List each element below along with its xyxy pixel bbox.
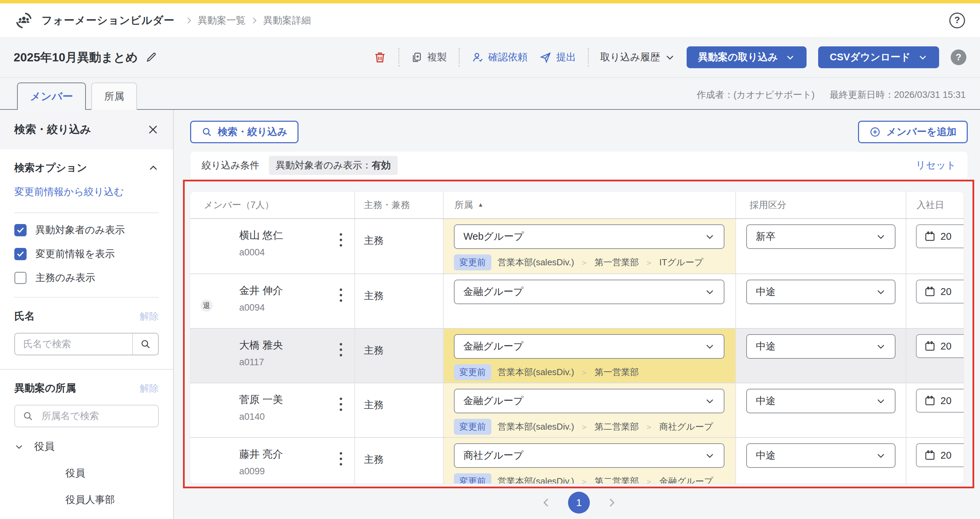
member-cell: 横山 悠仁 a0004 — [190, 219, 355, 273]
column-header-duty[interactable]: 主務・兼務 — [355, 192, 443, 218]
app-title: フォーメーションビルダー — [41, 13, 175, 28]
top-accent-strip — [0, 0, 980, 3]
name-search-input[interactable] — [15, 339, 132, 350]
search-option-checkbox[interactable]: 変更前情報を表示 — [14, 247, 159, 261]
join-date-button[interactable]: 20 — [916, 389, 964, 413]
active-filter-bar: 絞り込み条件 異動対象者のみ表示：有効 リセット — [190, 152, 968, 179]
tree-root-label: 役員 — [34, 439, 54, 454]
search-filter-button[interactable]: 検索・絞り込み — [190, 121, 299, 143]
app-header: フォーメーションビルダー 異動案一覧 異動案詳細 ? — [0, 3, 980, 38]
csv-download-button[interactable]: CSVダウンロード — [818, 46, 939, 68]
row-menu-icon[interactable] — [340, 452, 342, 465]
department-dropdown[interactable]: 金融グループ — [454, 389, 724, 413]
column-header-member[interactable]: メンバー（7人） — [190, 192, 355, 218]
duty-cell: 主務 — [355, 329, 443, 383]
recruit-type-dropdown[interactable]: 中途 — [746, 279, 896, 304]
import-history-dropdown[interactable]: 取り込み履歴 — [600, 51, 675, 64]
recruit-type-dropdown[interactable]: 中途 — [746, 443, 896, 468]
row-menu-icon[interactable] — [340, 398, 342, 411]
member-cell: 菅原 一美 a0140 — [190, 383, 355, 437]
tree-node-child[interactable]: 役員 — [14, 466, 159, 480]
header-help-button[interactable]: ? — [949, 13, 965, 28]
add-member-button[interactable]: メンバーを追加 — [858, 121, 968, 143]
page-number-button[interactable]: 1 — [568, 492, 590, 514]
filter-by-before-link[interactable]: 変更前情報から絞り込む — [14, 186, 124, 197]
tree-node-root[interactable]: 役員 — [14, 439, 159, 454]
search-filter-label: 検索・絞り込み — [218, 125, 287, 139]
search-icon[interactable] — [132, 334, 158, 355]
prev-page-button[interactable] — [540, 497, 552, 509]
department-dropdown[interactable]: 商社グループ — [454, 443, 724, 468]
name-search-field — [14, 333, 159, 355]
name-clear-link[interactable]: 解除 — [140, 310, 159, 323]
recruit-type-cell: 中途 — [735, 438, 906, 484]
column-header-department[interactable]: 所属 ▲ — [443, 192, 735, 218]
column-header-join-date[interactable]: 入社日 — [906, 192, 964, 218]
department-dropdown[interactable]: 金融グループ — [454, 279, 724, 304]
join-date-button[interactable]: 20 — [916, 334, 964, 358]
import-plan-label: 異動案の取り込み — [698, 51, 778, 64]
import-history-label: 取り込み履歴 — [600, 51, 660, 64]
row-menu-icon[interactable] — [340, 233, 342, 246]
tab-member[interactable]: メンバー — [17, 83, 86, 110]
before-path-segment: 第二営業部 — [595, 475, 639, 484]
collapse-chevron-up-icon[interactable] — [148, 163, 159, 174]
checkbox-checked-icon[interactable] — [14, 248, 27, 260]
delete-button[interactable] — [373, 51, 387, 64]
search-option-checkbox[interactable]: 主務のみ表示 — [14, 271, 159, 285]
tree-node-child[interactable]: 役員人事部 — [14, 493, 159, 507]
chevron-down-icon — [705, 232, 715, 242]
csv-download-label: CSVダウンロード — [830, 51, 910, 64]
column-header-recruit-type[interactable]: 採用区分 — [735, 192, 906, 218]
before-path-segment: 第一営業部 — [595, 256, 639, 268]
breadcrumb-item-plan-list[interactable]: 異動案一覧 — [198, 14, 246, 27]
before-path-segment: 第一営業部 — [595, 366, 639, 378]
before-change-chip: 変更前 — [454, 473, 492, 484]
recruit-type-dropdown[interactable]: 中途 — [746, 389, 896, 413]
before-path-segment: 営業本部(salesDiv.) — [498, 256, 574, 268]
dept-search-input[interactable] — [33, 410, 158, 422]
recruit-type-dropdown[interactable]: 中途 — [746, 334, 896, 359]
next-page-button[interactable] — [606, 497, 618, 509]
recruit-type-dropdown[interactable]: 新卒 — [746, 224, 896, 249]
department-dropdown[interactable]: 金融グループ — [454, 334, 724, 359]
review-request-button[interactable]: 確認依頼 — [471, 51, 528, 64]
row-menu-icon[interactable] — [340, 343, 342, 356]
close-icon[interactable] — [147, 124, 159, 136]
section-divider — [0, 369, 173, 370]
department-tree: 役員 役員役員人事部役員監査部 — [14, 439, 159, 519]
member-code: a0094 — [239, 302, 283, 313]
calendar-icon — [924, 395, 936, 406]
member-name: 金井 伸介 — [239, 283, 283, 298]
duplicate-button[interactable]: 複製 — [411, 51, 447, 64]
join-date-button[interactable]: 20 — [916, 279, 964, 303]
search-option-checkbox[interactable]: 異動対象者のみ表示 — [14, 224, 159, 237]
before-path-segment: 金融グループ — [659, 475, 713, 484]
import-plan-button[interactable]: 異動案の取り込み — [687, 46, 807, 68]
checkbox-checked-icon[interactable] — [14, 224, 27, 236]
reset-link[interactable]: リセット — [916, 158, 956, 172]
row-menu-icon[interactable] — [340, 289, 342, 302]
path-separator: ＞ — [645, 476, 653, 484]
toolbar-help-button[interactable]: ? — [951, 50, 966, 65]
retired-badge: 退 — [200, 299, 213, 312]
join-date-button[interactable]: 20 — [916, 224, 964, 248]
tab-department[interactable]: 所属 — [91, 83, 137, 110]
submit-button[interactable]: 提出 — [539, 51, 576, 64]
member-name: 藤井 亮介 — [239, 446, 283, 462]
breadcrumb-item-plan-detail: 異動案詳細 — [263, 14, 311, 27]
path-separator: ＞ — [580, 367, 589, 378]
member-table: メンバー（7人） 主務・兼務 所属 ▲ 採用区分 入社日 横山 悠仁 a0004… — [190, 192, 964, 484]
chevron-down-icon — [876, 396, 886, 406]
department-dropdown[interactable]: Webグループ — [454, 224, 724, 249]
chevron-down-icon — [876, 232, 886, 242]
chevron-right-icon — [251, 16, 258, 25]
edit-title-icon[interactable] — [145, 51, 158, 64]
recruit-type-cell: 新卒 — [735, 219, 906, 273]
checkbox-unchecked-icon[interactable] — [14, 272, 27, 284]
name-section-title: 氏名 — [14, 309, 35, 323]
join-date-button[interactable]: 20 — [916, 443, 964, 467]
dept-clear-link[interactable]: 解除 — [140, 382, 159, 395]
dept-section-title: 異動案の所属 — [14, 381, 76, 395]
chevron-down-icon — [876, 341, 886, 351]
